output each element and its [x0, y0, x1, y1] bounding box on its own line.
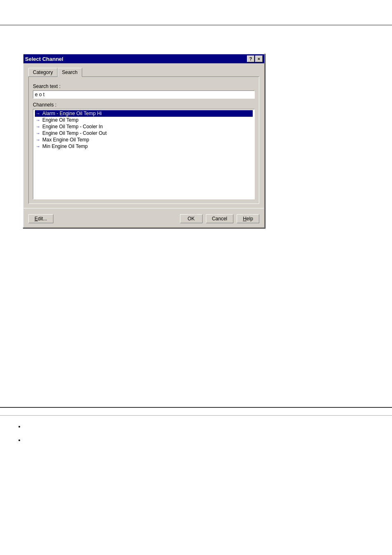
top-divider	[0, 25, 392, 25]
channels-label: Channels :	[33, 102, 255, 108]
channel-item[interactable]: → Engine Oil Temp	[35, 117, 253, 123]
channel-item-label: Engine Oil Temp - Cooler Out	[42, 130, 107, 136]
dialog-title: Select Channel	[25, 56, 63, 62]
arrow-icon: →	[36, 137, 40, 142]
dialog-body: Category Search Search text : Channels :…	[23, 63, 264, 208]
bullet-area	[16, 423, 25, 451]
cancel-button[interactable]: Cancel	[206, 214, 233, 223]
arrow-icon: →	[36, 124, 40, 129]
ok-button[interactable]: OK	[180, 214, 203, 223]
select-channel-dialog: Select Channel ? × Category Search Searc…	[23, 53, 265, 228]
channel-item[interactable]: → Min Engine Oil Temp	[35, 143, 253, 150]
channel-item-label: Min Engine Oil Temp	[42, 143, 88, 149]
tab-search[interactable]: Search	[58, 68, 82, 77]
footer-right-buttons: OK Cancel Help	[180, 214, 259, 223]
search-text-label: Search text :	[33, 83, 255, 89]
tab-bar: Category Search	[28, 67, 259, 76]
tab-content-search: Search text : Channels : → Alarm - Engin…	[28, 76, 259, 204]
bottom-divider-main	[0, 407, 392, 408]
close-titlebar-button[interactable]: ×	[255, 56, 263, 62]
dialog-footer: Edit... OK Cancel Help	[23, 211, 264, 227]
search-text-input[interactable]	[33, 90, 255, 99]
footer-separator	[23, 208, 264, 208]
channels-list[interactable]: → Alarm - Engine Oil Temp Hi → Engine Oi…	[33, 109, 255, 199]
channel-item-label: Max Engine Oil Temp	[42, 137, 89, 143]
edit-button[interactable]: Edit...	[28, 214, 53, 223]
channel-item-label: Engine Oil Temp - Cooler In	[42, 124, 103, 130]
tab-category[interactable]: Category	[28, 68, 58, 77]
arrow-icon: →	[36, 144, 40, 149]
channel-item[interactable]: → Engine Oil Temp - Cooler Out	[35, 130, 253, 136]
arrow-icon: →	[36, 131, 40, 136]
dialog-titlebar: Select Channel ? ×	[23, 54, 264, 63]
bottom-divider-sub	[0, 415, 392, 416]
channel-item[interactable]: → Alarm - Engine Oil Temp Hi	[35, 110, 253, 117]
channel-item-label: Engine Oil Temp	[42, 117, 78, 123]
help-button[interactable]: Help	[237, 214, 259, 223]
channel-item-label: Alarm - Engine Oil Temp Hi	[42, 111, 102, 116]
dialog-wrapper: Select Channel ? × Category Search Searc…	[23, 53, 265, 228]
channel-item[interactable]: → Max Engine Oil Temp	[35, 136, 253, 143]
help-titlebar-button[interactable]: ?	[247, 56, 254, 62]
titlebar-buttons: ? ×	[247, 56, 263, 62]
arrow-icon: →	[36, 118, 40, 123]
arrow-icon: →	[36, 111, 40, 116]
channel-item[interactable]: → Engine Oil Temp - Cooler In	[35, 123, 253, 130]
